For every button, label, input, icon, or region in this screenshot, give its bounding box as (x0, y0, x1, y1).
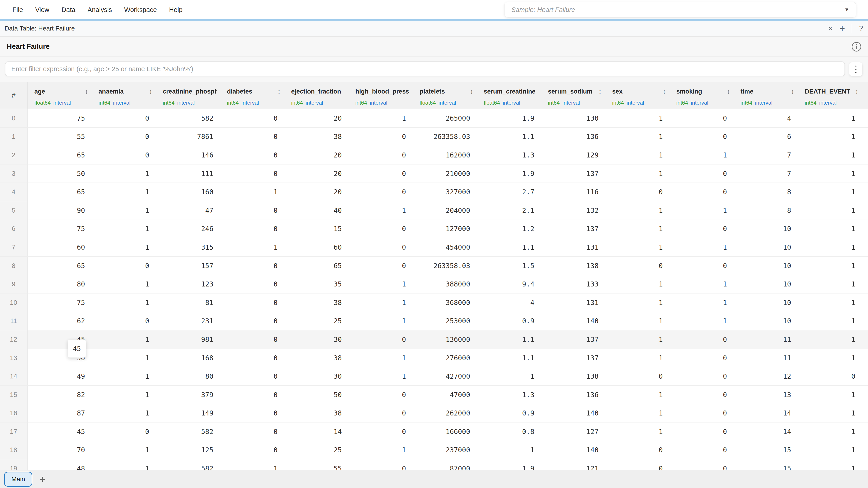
table-cell[interactable]: 137 (541, 330, 605, 349)
table-cell[interactable]: 38 (284, 293, 348, 312)
sample-dataset-selector[interactable]: Sample: Heart Failure ▼ (504, 2, 856, 18)
table-cell[interactable]: 0 (348, 257, 413, 275)
table-cell[interactable]: 0 (348, 404, 413, 422)
table-cell[interactable]: 1.2 (477, 220, 541, 238)
table-cell[interactable]: 0 (220, 422, 284, 441)
table-cell[interactable]: 6 (734, 128, 798, 146)
filter-options-button[interactable] (849, 62, 862, 76)
column-header-age[interactable]: age↕float64interval (28, 82, 92, 109)
table-cell[interactable]: 1 (92, 183, 156, 201)
table-cell[interactable]: 20 (284, 146, 348, 164)
table-cell[interactable]: 137 (541, 220, 605, 238)
table-cell[interactable]: 47000 (413, 386, 477, 404)
table-cell[interactable]: 0 (670, 441, 734, 459)
table-cell[interactable]: 7 (734, 146, 798, 164)
sheet-tab-main[interactable]: Main (4, 472, 32, 487)
table-cell[interactable]: 125 (156, 441, 220, 459)
table-cell[interactable]: 8 (734, 183, 798, 201)
table-cell[interactable]: 55 (284, 459, 348, 470)
table-cell[interactable]: 127000 (413, 220, 477, 238)
table-row[interactable]: 10751810381368000413111101 (0, 293, 868, 312)
table-cell[interactable]: 136000 (413, 330, 477, 349)
table-cell[interactable]: 65 (284, 257, 348, 275)
column-header-high_blood_pressure[interactable]: high_blood_pressureint64interval (348, 82, 413, 109)
table-cell[interactable]: 0 (220, 367, 284, 385)
table-cell[interactable]: 48 (28, 459, 92, 470)
table-cell[interactable]: 129 (541, 146, 605, 164)
table-cell[interactable]: 60 (28, 238, 92, 256)
table-cell[interactable]: 0 (670, 330, 734, 349)
table-cell[interactable]: 0 (670, 128, 734, 146)
column-header-anaemia[interactable]: anaemia↕int64interval (92, 82, 156, 109)
table-cell[interactable]: 116 (541, 183, 605, 201)
table-cell[interactable]: 123 (156, 275, 220, 293)
table-cell[interactable]: 1 (798, 312, 862, 330)
table-cell[interactable]: 1 (605, 330, 670, 349)
table-cell[interactable]: 38 (284, 128, 348, 146)
table-cell[interactable]: 0 (220, 128, 284, 146)
table-cell[interactable]: 0 (220, 201, 284, 220)
table-cell[interactable]: 8 (734, 201, 798, 220)
table-cell[interactable]: 1 (348, 312, 413, 330)
table-cell[interactable]: 0 (220, 349, 284, 367)
table-cell[interactable]: 11 (734, 330, 798, 349)
table-cell[interactable]: 132 (541, 201, 605, 220)
table-cell[interactable]: 140 (541, 441, 605, 459)
table-cell[interactable]: 60 (284, 238, 348, 256)
table-cell[interactable]: 237000 (413, 441, 477, 459)
table-cell[interactable]: 0 (670, 164, 734, 183)
table-cell[interactable]: 136 (541, 386, 605, 404)
table-cell[interactable]: 11 (734, 349, 798, 367)
table-cell[interactable]: 1 (92, 349, 156, 367)
table-cell[interactable]: 0 (348, 386, 413, 404)
table-cell[interactable]: 0 (348, 128, 413, 146)
table-cell[interactable]: 38 (284, 349, 348, 367)
menu-item-workspace[interactable]: Workspace (118, 0, 163, 20)
column-header-creatinine_phosphokinase[interactable]: creatinine_phosphokinaseint64interval (156, 82, 220, 109)
table-cell[interactable]: 1.3 (477, 386, 541, 404)
table-row[interactable]: 158213790500470001.313610131 (0, 386, 868, 404)
table-cell[interactable]: 379 (156, 386, 220, 404)
table-cell[interactable]: 1.9 (477, 109, 541, 127)
table-cell[interactable]: 25 (284, 441, 348, 459)
table-cell[interactable]: 9.4 (477, 275, 541, 293)
table-cell[interactable]: 4 (477, 293, 541, 312)
table-cell[interactable]: 0 (348, 238, 413, 256)
table-cell[interactable]: 30 (284, 367, 348, 385)
table-cell[interactable]: 262000 (413, 404, 477, 422)
table-cell[interactable]: 1 (798, 201, 862, 220)
table-cell[interactable]: 1 (798, 275, 862, 293)
table-row[interactable]: 59014704012040002.11321181 (0, 201, 868, 220)
table-cell[interactable]: 1 (670, 146, 734, 164)
table-cell[interactable]: 1 (798, 164, 862, 183)
table-cell[interactable]: 0 (220, 109, 284, 127)
table-cell[interactable]: 65 (28, 146, 92, 164)
table-cell[interactable]: 1 (605, 201, 670, 220)
table-cell[interactable]: 50 (284, 386, 348, 404)
table-cell[interactable]: 0 (670, 257, 734, 275)
table-cell[interactable]: 0 (348, 164, 413, 183)
table-cell[interactable]: 315 (156, 238, 220, 256)
table-cell[interactable]: 582 (156, 109, 220, 127)
table-cell[interactable]: 7861 (156, 128, 220, 146)
table-cell[interactable]: 1 (798, 386, 862, 404)
table-cell[interactable]: 1 (92, 441, 156, 459)
table-cell[interactable]: 0 (220, 164, 284, 183)
table-cell[interactable]: 1 (92, 459, 156, 470)
table-cell[interactable]: 1 (798, 109, 862, 127)
table-cell[interactable]: 111 (156, 164, 220, 183)
table-cell[interactable]: 15 (734, 441, 798, 459)
table-cell[interactable]: 1 (605, 128, 670, 146)
column-header-serum_sodium[interactable]: serum_sodium↕int64interval (541, 82, 605, 109)
table-cell[interactable]: 2.7 (477, 183, 541, 201)
table-cell[interactable]: 1 (92, 201, 156, 220)
add-tab-icon[interactable]: + (839, 23, 845, 34)
table-cell[interactable]: 47 (156, 201, 220, 220)
column-header-sex[interactable]: sex↕int64interval (605, 82, 670, 109)
table-cell[interactable]: 1 (798, 257, 862, 275)
table-cell[interactable]: 0 (92, 109, 156, 127)
table-cell[interactable]: 1 (348, 441, 413, 459)
table-cell[interactable]: 1 (798, 128, 862, 146)
table-cell[interactable]: 25 (284, 312, 348, 330)
table-cell[interactable]: 1 (92, 275, 156, 293)
